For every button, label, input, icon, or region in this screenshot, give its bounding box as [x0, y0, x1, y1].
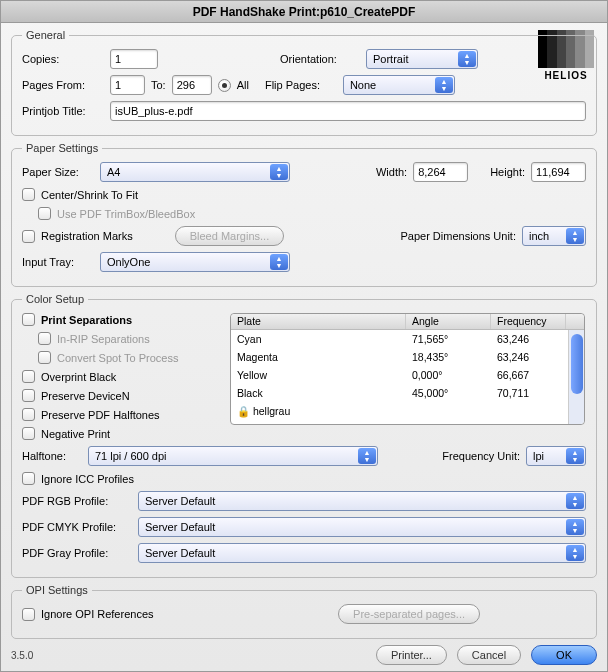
pages-from-label: Pages From: — [22, 79, 104, 91]
height-label: Height: — [490, 166, 525, 178]
scrollbar[interactable] — [568, 330, 584, 424]
dimension-unit-label: Paper Dimensions Unit: — [400, 230, 516, 242]
general-group: General Copies: Orientation: Portrait▲▼ … — [11, 29, 597, 136]
ok-button[interactable]: OK — [531, 645, 597, 665]
color-legend: Color Setup — [22, 293, 88, 305]
plate-table[interactable]: Plate Angle Frequency Cyan71,565°63,246 … — [230, 313, 585, 425]
convert-spot-checkbox — [38, 351, 51, 364]
gray-profile-label: PDF Gray Profile: — [22, 547, 132, 559]
registration-checkbox[interactable] — [22, 230, 35, 243]
opi-group: OPI Settings Ignore OPI References Pre-s… — [11, 584, 597, 639]
orientation-select[interactable]: Portrait▲▼ — [366, 49, 478, 69]
inrip-label: In-RIP Separations — [57, 333, 150, 345]
width-input[interactable] — [413, 162, 468, 182]
printjob-label: Printjob Title: — [22, 105, 104, 117]
chevron-updown-icon: ▲▼ — [358, 448, 376, 464]
chevron-updown-icon: ▲▼ — [566, 448, 584, 464]
chevron-updown-icon: ▲▼ — [566, 519, 584, 535]
freq-unit-select[interactable]: lpi▲▼ — [526, 446, 586, 466]
chevron-updown-icon: ▲▼ — [270, 164, 288, 180]
ignore-icc-checkbox[interactable] — [22, 472, 35, 485]
plate-row: Yellow0,000°66,667 — [231, 366, 568, 384]
trimbox-label: Use PDF TrimBox/BleedBox — [57, 208, 195, 220]
chevron-updown-icon: ▲▼ — [566, 545, 584, 561]
paper-size-select[interactable]: A4▲▼ — [100, 162, 290, 182]
overprint-checkbox[interactable] — [22, 370, 35, 383]
angle-col-header: Angle — [406, 314, 491, 329]
tray-select[interactable]: OnlyOne▲▼ — [100, 252, 290, 272]
paper-group: Paper Settings Paper Size: A4▲▼ Width: H… — [11, 142, 597, 287]
plate-col-header: Plate — [231, 314, 406, 329]
gray-select[interactable]: Server Default▲▼ — [138, 543, 586, 563]
pages-from-input[interactable] — [110, 75, 145, 95]
convert-spot-label: Convert Spot To Process — [57, 352, 178, 364]
preserve-dn-label: Preserve DeviceN — [41, 390, 130, 402]
ignore-opi-label: Ignore OPI References — [41, 608, 154, 620]
inrip-checkbox — [38, 332, 51, 345]
negative-label: Negative Print — [41, 428, 110, 440]
lock-icon: 🔒 — [237, 405, 250, 417]
window-title: PDF HandShake Print:p610_CreatePDF — [1, 1, 607, 23]
chevron-updown-icon: ▲▼ — [458, 51, 476, 67]
chevron-updown-icon: ▲▼ — [435, 77, 453, 93]
width-label: Width: — [376, 166, 407, 178]
flip-select[interactable]: None▲▼ — [343, 75, 455, 95]
rgb-select[interactable]: Server Default▲▼ — [138, 491, 586, 511]
center-shrink-checkbox[interactable] — [22, 188, 35, 201]
rgb-profile-label: PDF RGB Profile: — [22, 495, 132, 507]
overprint-label: Overprint Black — [41, 371, 116, 383]
cancel-button[interactable]: Cancel — [457, 645, 521, 665]
center-shrink-label: Center/Shrink To Fit — [41, 189, 138, 201]
version-text: 3.5.0 — [11, 650, 33, 661]
general-legend: General — [22, 29, 69, 41]
cmyk-select[interactable]: Server Default▲▼ — [138, 517, 586, 537]
unit-select[interactable]: inch▲▼ — [522, 226, 586, 246]
orientation-label: Orientation: — [280, 53, 360, 65]
chevron-updown-icon: ▲▼ — [566, 228, 584, 244]
ignore-opi-checkbox[interactable] — [22, 608, 35, 621]
trimbox-checkbox — [38, 207, 51, 220]
opi-legend: OPI Settings — [22, 584, 92, 596]
paper-legend: Paper Settings — [22, 142, 102, 154]
copies-input[interactable] — [110, 49, 158, 69]
pages-to-input[interactable] — [172, 75, 212, 95]
paper-size-label: Paper Size: — [22, 166, 94, 178]
all-label: All — [237, 79, 249, 91]
chevron-updown-icon: ▲▼ — [270, 254, 288, 270]
copies-label: Copies: — [22, 53, 104, 65]
registration-label: Registration Marks — [41, 230, 133, 242]
color-group: Color Setup Print Separations In-RIP Sep… — [11, 293, 597, 578]
chevron-updown-icon: ▲▼ — [566, 493, 584, 509]
input-tray-label: Input Tray: — [22, 256, 94, 268]
printjob-input[interactable] — [110, 101, 586, 121]
height-input[interactable] — [531, 162, 586, 182]
preseparated-button: Pre-separated pages... — [338, 604, 480, 624]
plate-row: Cyan71,565°63,246 — [231, 330, 568, 348]
preserve-ht-checkbox[interactable] — [22, 408, 35, 421]
plate-row: Magenta18,435°63,246 — [231, 348, 568, 366]
preserve-dn-checkbox[interactable] — [22, 389, 35, 402]
negative-checkbox[interactable] — [22, 427, 35, 440]
print-sep-checkbox[interactable] — [22, 313, 35, 326]
printer-button[interactable]: Printer... — [376, 645, 447, 665]
all-radio[interactable] — [218, 79, 231, 92]
bleed-margins-button: Bleed Margins... — [175, 226, 284, 246]
preserve-ht-label: Preserve PDF Halftones — [41, 409, 160, 421]
plate-row: 🔒 hellgrau — [231, 402, 568, 420]
cmyk-profile-label: PDF CMYK Profile: — [22, 521, 132, 533]
plate-row: Black45,000°70,711 — [231, 384, 568, 402]
freq-unit-label: Frequency Unit: — [442, 450, 520, 462]
halftone-select[interactable]: 71 lpi / 600 dpi▲▼ — [88, 446, 378, 466]
halftone-label: Halftone: — [22, 450, 82, 462]
to-label: To: — [151, 79, 166, 91]
flip-label: Flip Pages: — [265, 79, 337, 91]
freq-col-header: Frequency — [491, 314, 566, 329]
ignore-icc-label: Ignore ICC Profiles — [41, 473, 134, 485]
print-sep-label: Print Separations — [41, 314, 132, 326]
